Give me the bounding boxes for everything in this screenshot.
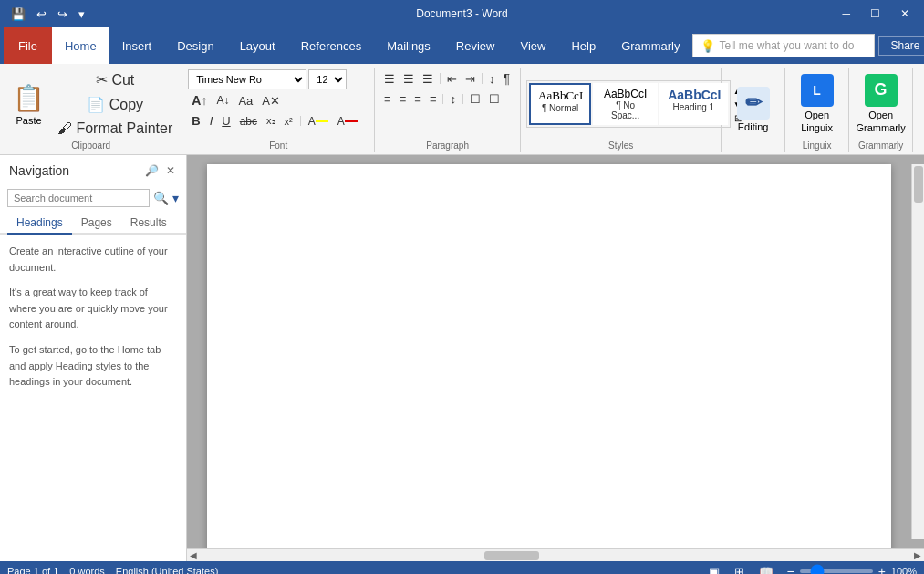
style-nospace[interactable]: AaBbCcI ¶ No Spac... bbox=[593, 83, 658, 125]
doc-canvas-wrap[interactable] bbox=[187, 155, 924, 548]
h-scroll-track[interactable] bbox=[200, 549, 911, 561]
grow-font-btn[interactable]: A↑ bbox=[188, 91, 211, 110]
grammarly-menu-btn[interactable]: Grammarly bbox=[608, 27, 692, 64]
change-case-btn[interactable]: Aa bbox=[234, 92, 256, 110]
zoom-slider[interactable] bbox=[800, 569, 873, 573]
navigation-panel: Navigation 🔎 ✕ 🔍 ▾ Headings Pages Result… bbox=[0, 155, 187, 561]
bold-btn[interactable]: B bbox=[188, 112, 203, 130]
tell-me-label: Tell me what you want to do bbox=[719, 39, 854, 52]
subscript-btn[interactable]: x₂ bbox=[263, 113, 279, 129]
status-bar: Page 1 of 1 0 words English (United Stat… bbox=[0, 561, 924, 574]
multilevel-btn[interactable]: ☰ bbox=[419, 70, 437, 88]
shrink-font-btn[interactable]: A↓ bbox=[213, 92, 233, 109]
share-btn[interactable]: Share bbox=[878, 36, 924, 56]
h-scroll-left-btn[interactable]: ◀ bbox=[187, 550, 200, 560]
nav-tab-results[interactable]: Results bbox=[121, 213, 176, 235]
align-left-btn[interactable]: ≡ bbox=[380, 90, 395, 108]
decrease-indent-btn[interactable]: ⇤ bbox=[443, 70, 461, 88]
font-group: Times New Ro 12 A↑ A↓ Aa A✕ B I U abc x₂… bbox=[182, 68, 375, 152]
text-highlight-btn[interactable]: A bbox=[305, 113, 332, 130]
para-sep3 bbox=[442, 94, 443, 104]
font-size-select[interactable]: 12 bbox=[308, 69, 347, 89]
quick-access-dropdown-btn[interactable]: ▾ bbox=[75, 5, 88, 23]
file-menu-btn[interactable]: File bbox=[4, 27, 52, 64]
cut-btn[interactable]: ✂ Cut bbox=[54, 69, 176, 90]
doc-page[interactable] bbox=[207, 164, 891, 548]
font-color-btn[interactable]: A bbox=[334, 113, 361, 130]
style-heading-preview: AaBbCcI bbox=[668, 88, 719, 102]
strikethrough-btn[interactable]: abc bbox=[236, 113, 261, 130]
nav-close-btn[interactable]: ✕ bbox=[164, 162, 177, 179]
borders-btn[interactable]: ☐ bbox=[485, 90, 504, 108]
nav-tab-headings[interactable]: Headings bbox=[7, 213, 72, 235]
format-painter-btn[interactable]: 🖌 Format Painter bbox=[54, 119, 176, 139]
copy-btn[interactable]: 📄 Copy bbox=[54, 94, 176, 115]
nav-search-btn[interactable]: 🔍 bbox=[153, 191, 169, 205]
design-menu-btn[interactable]: Design bbox=[164, 27, 226, 64]
editing-btn[interactable]: ✏ Editing bbox=[728, 83, 779, 136]
mailings-menu-btn[interactable]: Mailings bbox=[374, 27, 443, 64]
justify-btn[interactable]: ≡ bbox=[426, 90, 441, 108]
bullets-btn[interactable]: ☰ bbox=[380, 70, 399, 88]
layout-menu-btn[interactable]: Layout bbox=[227, 27, 288, 64]
vertical-scrollbar[interactable] bbox=[911, 164, 924, 539]
para-sep1 bbox=[440, 73, 441, 84]
numbering-btn[interactable]: ☰ bbox=[400, 70, 418, 88]
zoom-level: 100% bbox=[891, 566, 917, 574]
style-heading1[interactable]: AaBbCcI Heading 1 bbox=[659, 83, 727, 125]
tell-me-box[interactable]: 💡 Tell me what you want to do bbox=[692, 34, 875, 57]
nav-search-dropdown-btn[interactable]: ▾ bbox=[172, 191, 179, 205]
undo-quick-btn[interactable]: ↩ bbox=[33, 5, 50, 23]
shading-btn[interactable]: ☐ bbox=[466, 90, 484, 108]
style-normal[interactable]: AaBbCcI ¶ Normal bbox=[529, 83, 591, 125]
zoom-wrap: − + 100% bbox=[784, 564, 917, 574]
style-nospace-label: ¶ No Spac... bbox=[601, 100, 649, 120]
restore-btn[interactable]: ☐ bbox=[863, 4, 888, 24]
clipboard-label: Clipboard bbox=[5, 139, 176, 151]
read-mode-btn[interactable]: 📖 bbox=[755, 563, 777, 575]
review-menu-btn[interactable]: Review bbox=[443, 27, 508, 64]
web-layout-btn[interactable]: ⊞ bbox=[731, 563, 748, 575]
lightbulb-icon: 💡 bbox=[701, 39, 715, 53]
open-linguix-btn[interactable]: L OpenLinguix bbox=[792, 70, 843, 139]
help-menu-btn[interactable]: Help bbox=[558, 27, 608, 64]
zoom-out-btn[interactable]: − bbox=[784, 564, 795, 574]
insert-menu-btn[interactable]: Insert bbox=[109, 27, 165, 64]
close-btn[interactable]: ✕ bbox=[893, 4, 917, 24]
superscript-btn[interactable]: x² bbox=[281, 114, 296, 129]
nav-search-toggle-btn[interactable]: 🔎 bbox=[143, 162, 161, 179]
paste-btn[interactable]: 📋 Paste bbox=[5, 79, 52, 130]
h-scroll-thumb[interactable] bbox=[484, 551, 539, 560]
increase-indent-btn[interactable]: ⇥ bbox=[462, 70, 479, 88]
sort-btn[interactable]: ↕ bbox=[485, 70, 499, 88]
redo-quick-btn[interactable]: ↪ bbox=[54, 5, 71, 23]
status-language: English (United States) bbox=[116, 566, 219, 574]
nav-tab-pages[interactable]: Pages bbox=[72, 213, 121, 235]
save-quick-btn[interactable]: 💾 bbox=[7, 5, 29, 23]
home-menu-btn[interactable]: Home bbox=[52, 27, 109, 64]
zoom-in-btn[interactable]: + bbox=[877, 564, 888, 574]
open-linguix-label: OpenLinguix bbox=[801, 109, 833, 135]
highlight-a: A bbox=[308, 115, 316, 128]
underline-btn[interactable]: U bbox=[218, 112, 234, 130]
font-name-select[interactable]: Times New Ro bbox=[188, 69, 306, 89]
show-marks-btn[interactable]: ¶ bbox=[500, 69, 514, 88]
nav-search-input[interactable] bbox=[7, 189, 150, 207]
references-menu-btn[interactable]: References bbox=[288, 27, 374, 64]
view-menu-btn[interactable]: View bbox=[507, 27, 558, 64]
h-scroll-right-btn[interactable]: ▶ bbox=[911, 550, 924, 560]
clear-format-btn[interactable]: A✕ bbox=[258, 92, 284, 110]
italic-btn[interactable]: I bbox=[206, 112, 217, 130]
scroll-thumb[interactable] bbox=[914, 166, 923, 203]
print-layout-btn[interactable]: ▣ bbox=[705, 563, 723, 575]
open-grammarly-label: OpenGrammarly bbox=[856, 109, 905, 135]
para-sep4 bbox=[462, 94, 463, 104]
align-right-btn[interactable]: ≡ bbox=[410, 90, 425, 108]
workspace: Navigation 🔎 ✕ 🔍 ▾ Headings Pages Result… bbox=[0, 155, 924, 561]
line-spacing-btn[interactable]: ↕ bbox=[446, 90, 460, 108]
nav-hint3: To get started, go to the Home tab and a… bbox=[9, 342, 177, 391]
align-center-btn[interactable]: ≡ bbox=[396, 90, 410, 108]
open-grammarly-btn[interactable]: G OpenGrammarly bbox=[846, 70, 914, 139]
minimize-btn[interactable]: ─ bbox=[835, 4, 857, 24]
editing-icon: ✏ bbox=[737, 87, 770, 120]
